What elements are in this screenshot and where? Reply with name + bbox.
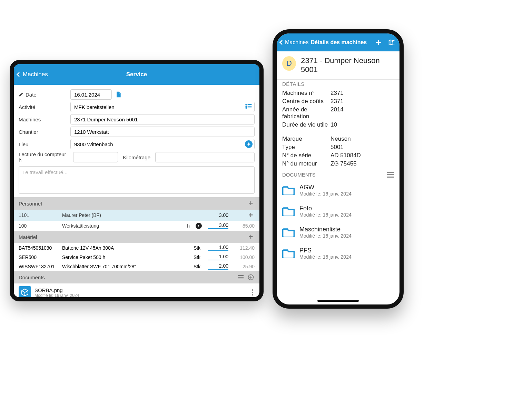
menu-icon[interactable]	[387, 172, 394, 178]
machine-name: 2371 - Dumper Neuson 5001	[301, 56, 394, 74]
material-row[interactable]: BAT545051030 Batterie 12V 45Ah 300A Stk …	[14, 243, 259, 252]
kebab-icon[interactable]	[250, 288, 255, 297]
page-title: Service	[126, 71, 147, 78]
documents-header: DOCUMENTS	[277, 168, 399, 180]
chevron-left-icon	[279, 40, 284, 45]
folder-icon	[282, 227, 295, 237]
plus-icon[interactable]	[374, 38, 383, 47]
folder-meta: Modifié le: 16 janv. 2024	[299, 254, 352, 260]
location-input[interactable]	[70, 139, 255, 149]
folder-item[interactable]: AGW Modifié le: 16 janv. 2024	[277, 180, 399, 201]
details-header: DÉTAILS	[277, 79, 399, 89]
documents-header: Documents	[14, 271, 259, 283]
detail-row: Centre de coûts 2371	[277, 97, 399, 106]
map-icon[interactable]	[387, 38, 396, 47]
document-item[interactable]: SORBA.png Modifié le: 16 janv. 2024	[14, 283, 259, 301]
arrow-right-icon[interactable]	[196, 223, 202, 229]
back-button[interactable]: Machines	[280, 39, 308, 46]
detail-row: Machines n° 2371	[277, 89, 399, 97]
back-label: Machines	[23, 71, 48, 78]
machines-label: Machines	[19, 117, 70, 122]
machine-header: D 2371 - Dumper Neuson 5001	[277, 51, 399, 79]
avatar: D	[282, 56, 296, 71]
folder-item[interactable]: Maschinenliste Modifié le: 16 janv. 2024	[277, 222, 399, 243]
phone-device: Machines Détails des machines D 2371 - D…	[273, 29, 404, 309]
personnel-header: Personnel	[14, 197, 259, 210]
menu-icon[interactable]	[238, 275, 244, 279]
detail-row: N° du moteur ZG 75455	[277, 160, 399, 168]
svg-point-3	[246, 104, 247, 105]
detail-row: Durée de vie utile 10	[277, 121, 399, 129]
add-row-button[interactable]	[247, 211, 255, 219]
svg-point-4	[246, 106, 247, 107]
folder-name: Maschinenliste	[299, 226, 352, 233]
qty-field[interactable]: 1.00	[208, 254, 228, 260]
folder-item[interactable]: Foto Modifié le: 16 janv. 2024	[277, 201, 399, 222]
work-done-textarea[interactable]	[19, 166, 255, 194]
folder-name: PFS	[299, 247, 352, 254]
pencil-icon	[19, 92, 23, 97]
activity-label: Activité	[19, 104, 70, 110]
document-icon[interactable]	[115, 91, 122, 98]
counter-input[interactable]	[73, 152, 118, 162]
material-header: Matériel	[14, 231, 259, 243]
tablet-header: Machines Service	[14, 64, 259, 85]
detail-row: N° de série AD 51084D	[277, 151, 399, 160]
folder-meta: Modifié le: 16 janv. 2024	[299, 212, 352, 218]
personnel-row[interactable]: 1101 Maurer Peter (BF) 3.00	[14, 210, 259, 221]
phone-header: Machines Détails des machines	[277, 33, 399, 51]
tablet-body: Date Activité Machines Chantier	[14, 85, 259, 301]
document-name: SORBA.png	[34, 287, 247, 293]
mileage-input[interactable]	[155, 152, 255, 162]
folder-name: AGW	[299, 184, 352, 191]
add-document-button[interactable]	[247, 273, 255, 281]
counter-label: Lecture du compteur h	[19, 151, 70, 163]
folder-meta: Modifié le: 16 janv. 2024	[299, 233, 352, 239]
compass-icon[interactable]	[245, 140, 253, 148]
detail-row: Type 5001	[277, 143, 399, 151]
qty-field[interactable]: 2.00	[208, 263, 228, 270]
mileage-label: Kilométrage	[123, 154, 150, 160]
qty-field[interactable]: 3.00	[208, 222, 228, 229]
machines-input[interactable]	[70, 114, 255, 124]
personnel-row[interactable]: 100 Werkstattleistung h 3.00 85.00	[14, 221, 259, 231]
tablet-device: Machines Service Date Activité	[10, 60, 264, 301]
add-personnel-button[interactable]	[247, 200, 255, 207]
page-title: Détails des machines	[310, 39, 367, 46]
date-label: Date	[19, 92, 70, 98]
folder-icon	[282, 206, 295, 216]
site-input[interactable]	[70, 127, 255, 137]
file-icon	[19, 286, 31, 299]
list-icon[interactable]	[245, 103, 253, 111]
activity-input[interactable]	[70, 102, 255, 112]
back-button[interactable]: Machines	[17, 71, 48, 78]
folder-icon	[282, 248, 295, 258]
qty-field[interactable]: 1.00	[208, 244, 228, 251]
document-meta: Modifié le: 16 janv. 2024	[34, 293, 247, 298]
folder-name: Foto	[299, 205, 352, 212]
folder-icon	[282, 185, 295, 195]
chevron-left-icon	[17, 72, 21, 77]
detail-row: Marque Neuson	[277, 135, 399, 143]
svg-point-5	[246, 108, 247, 109]
folder-meta: Modifié le: 16 janv. 2024	[299, 191, 352, 197]
date-input[interactable]	[70, 89, 112, 100]
detail-row: Année de fabrication 2014	[277, 106, 399, 121]
material-row[interactable]: WISSWF132701 Wischblätter SWF 701 700mm/…	[14, 262, 259, 271]
site-label: Chantier	[19, 129, 70, 135]
location-label: Lieu	[19, 141, 70, 147]
material-row[interactable]: SER500 Service Paket 500 h Stk 1.00 100.…	[14, 252, 259, 262]
folder-item[interactable]: PFS Modifié le: 16 janv. 2024	[277, 243, 399, 264]
svg-point-7	[392, 41, 393, 42]
add-material-button[interactable]	[247, 233, 255, 241]
